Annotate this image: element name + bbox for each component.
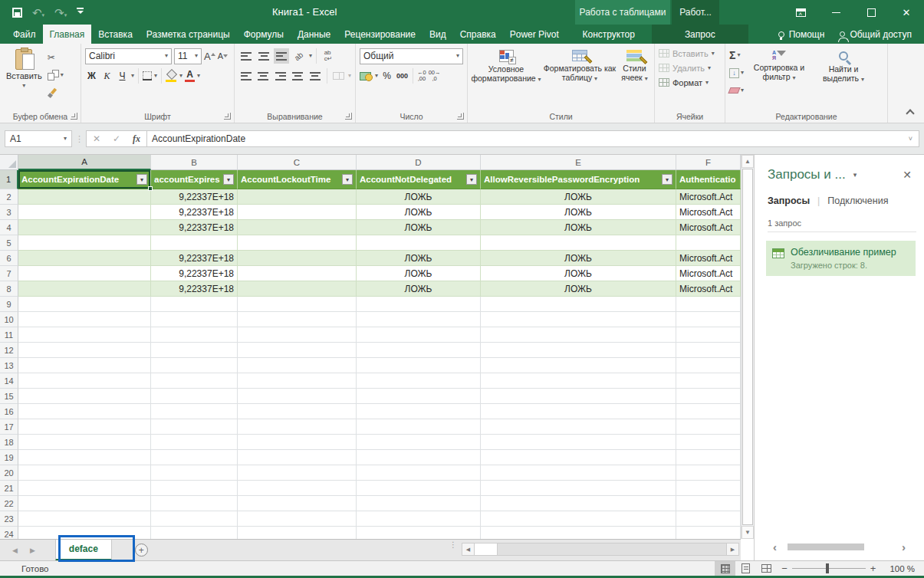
cell-B15[interactable] xyxy=(151,389,238,404)
conditional-formatting-button[interactable]: ≠ Условное форматирование ▾ xyxy=(470,46,542,110)
increase-font-size-button[interactable]: А xyxy=(204,51,215,62)
ribbon-tab-Power Pivot[interactable]: Power Pivot xyxy=(503,25,566,44)
align-right-button[interactable] xyxy=(273,68,288,84)
zoom-slider-thumb[interactable] xyxy=(826,563,829,573)
cell-A15[interactable] xyxy=(18,389,151,404)
cell-E2[interactable]: ЛОЖЬ xyxy=(481,189,676,205)
row-header-15[interactable]: 15 xyxy=(0,389,18,404)
dropdown-arrow-icon[interactable]: ▾ xyxy=(375,73,378,79)
cell-E11[interactable] xyxy=(481,327,676,343)
format-painter-button[interactable] xyxy=(48,86,64,100)
row-header-10[interactable]: 10 xyxy=(0,312,18,327)
cell-B8[interactable]: 9,22337E+18 xyxy=(151,281,238,297)
row-header-23[interactable]: 23 xyxy=(0,511,18,527)
undo-icon[interactable]: ↶▾ xyxy=(32,7,44,18)
comma-style-button[interactable]: 000 xyxy=(396,72,409,80)
row-header-7[interactable]: 7 xyxy=(0,266,18,281)
cell-E18[interactable] xyxy=(481,435,676,450)
column-header-A[interactable]: A xyxy=(18,155,151,170)
cell-C10[interactable] xyxy=(238,312,357,327)
cell-E20[interactable] xyxy=(481,465,676,481)
cell-C24[interactable] xyxy=(238,527,357,539)
cell-F2[interactable]: Microsoft.Act xyxy=(676,189,741,205)
dialog-launcher-icon[interactable] xyxy=(345,113,352,120)
cell-A3[interactable] xyxy=(18,205,151,220)
collapse-ribbon-icon[interactable] xyxy=(906,109,914,117)
cell-E9[interactable] xyxy=(481,297,676,312)
cell-E15[interactable] xyxy=(481,389,676,404)
zoom-out-button[interactable]: − xyxy=(777,563,792,574)
cell-E6[interactable]: ЛОЖЬ xyxy=(481,251,676,266)
cell-A5[interactable] xyxy=(18,235,151,251)
cell-D20[interactable] xyxy=(357,465,481,481)
column-header-D[interactable]: D xyxy=(357,155,481,170)
cell-B20[interactable] xyxy=(151,465,238,481)
delete-cells-button[interactable]: Удалить▾ xyxy=(657,61,722,75)
align-middle-button[interactable] xyxy=(256,48,271,64)
cell-D8[interactable]: ЛОЖЬ xyxy=(357,281,481,297)
panel-close-icon[interactable]: ✕ xyxy=(903,169,912,181)
page-break-view-button[interactable] xyxy=(756,561,777,576)
column-header-E[interactable]: E xyxy=(481,155,676,170)
row-header-8[interactable]: 8 xyxy=(0,281,18,297)
zoom-level[interactable]: 100 % xyxy=(889,564,915,573)
cell-F22[interactable] xyxy=(676,496,741,511)
row-header-6[interactable]: 6 xyxy=(0,251,18,266)
next-sheet-icon[interactable]: ▶ xyxy=(30,547,35,554)
sort-filter-button[interactable]: АЯ Сортировка и фильтр ▾ xyxy=(745,46,813,110)
cell-F8[interactable]: Microsoft.Act xyxy=(676,281,741,297)
row-header-2[interactable]: 2 xyxy=(0,189,18,205)
cell-C12[interactable] xyxy=(238,343,357,358)
page-layout-view-button[interactable] xyxy=(735,561,756,576)
cell-D3[interactable]: ЛОЖЬ xyxy=(357,205,481,220)
cell-E12[interactable] xyxy=(481,343,676,358)
scroll-down-icon[interactable]: ▼ xyxy=(742,526,754,539)
ribbon-tab-Конструктор[interactable]: Конструктор xyxy=(566,25,652,44)
cell-D4[interactable]: ЛОЖЬ xyxy=(357,220,481,235)
cell-C21[interactable] xyxy=(238,481,357,496)
cell-E22[interactable] xyxy=(481,496,676,511)
row-header-12[interactable]: 12 xyxy=(0,343,18,358)
increase-decimal-button[interactable]: ←0 ,00 xyxy=(417,70,426,83)
maximize-button[interactable] xyxy=(853,0,889,25)
increase-indent-button[interactable] xyxy=(307,68,323,84)
filter-button[interactable]: ▾ xyxy=(662,174,672,185)
header-cell-A1[interactable]: AccountExpirationDate▾ xyxy=(18,170,151,189)
column-header-F[interactable]: F xyxy=(676,155,741,170)
header-cell-C1[interactable]: AccountLockoutTime▾ xyxy=(238,170,357,189)
column-header-C[interactable]: C xyxy=(238,155,357,170)
cell-D17[interactable] xyxy=(357,419,481,435)
share-button[interactable]: Общий доступ xyxy=(840,29,912,40)
ribbon-tab-Справка[interactable]: Справка xyxy=(453,25,503,44)
dropdown-arrow-icon[interactable]: ▾ xyxy=(197,73,200,79)
cell-C15[interactable] xyxy=(238,389,357,404)
cell-D15[interactable] xyxy=(357,389,481,404)
align-center-button[interactable] xyxy=(256,68,271,84)
cell-A14[interactable] xyxy=(18,373,151,389)
tabbar-resize-handle[interactable]: ⋮ xyxy=(449,543,457,547)
cell-D24[interactable] xyxy=(357,527,481,539)
row-header-11[interactable]: 11 xyxy=(0,327,18,343)
cell-B7[interactable]: 9,22337E+18 xyxy=(151,266,238,281)
formula-input[interactable]: AccountExpirationDate xyxy=(152,133,909,144)
cell-F5[interactable] xyxy=(676,235,741,251)
cell-B13[interactable] xyxy=(151,358,238,373)
header-cell-D1[interactable]: AccountNotDelegated▾ xyxy=(357,170,481,189)
row-header-24[interactable]: 24 xyxy=(0,527,18,539)
ribbon-tab-Вставка[interactable]: Вставка xyxy=(91,25,140,44)
cell-D11[interactable] xyxy=(357,327,481,343)
cell-A6[interactable] xyxy=(18,251,151,266)
cell-F4[interactable]: Microsoft.Act xyxy=(676,220,741,235)
cell-E23[interactable] xyxy=(481,511,676,527)
cell-C3[interactable] xyxy=(238,205,357,220)
cell-D6[interactable]: ЛОЖЬ xyxy=(357,251,481,266)
cell-A19[interactable] xyxy=(18,450,151,465)
cell-C2[interactable] xyxy=(238,189,357,205)
cell-D2[interactable]: ЛОЖЬ xyxy=(357,189,481,205)
number-format-combo[interactable]: Общий▾ xyxy=(360,48,463,64)
cell-E7[interactable]: ЛОЖЬ xyxy=(481,266,676,281)
cell-E10[interactable] xyxy=(481,312,676,327)
new-sheet-button[interactable]: + xyxy=(135,544,148,557)
cell-D22[interactable] xyxy=(357,496,481,511)
cell-D21[interactable] xyxy=(357,481,481,496)
